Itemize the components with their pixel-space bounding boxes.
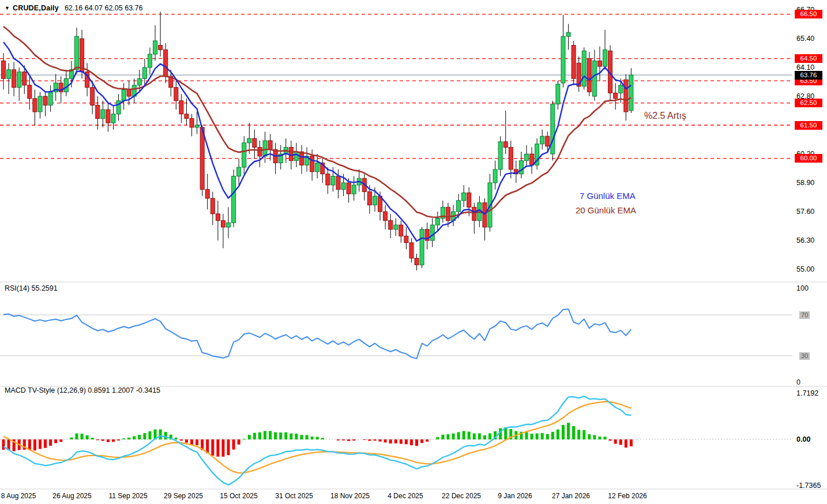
macd-histogram-bar bbox=[227, 439, 230, 455]
candle-body bbox=[2, 61, 6, 78]
candle-body bbox=[572, 46, 576, 79]
macd-histogram-bar bbox=[410, 439, 413, 445]
candle-body bbox=[624, 80, 628, 112]
macd-histogram-bar bbox=[258, 432, 261, 439]
macd-histogram-bar bbox=[248, 435, 251, 439]
candle-body bbox=[91, 88, 95, 106]
macd-histogram-bar bbox=[269, 431, 272, 439]
macd-histogram-bar bbox=[28, 439, 31, 450]
candle-body bbox=[592, 61, 596, 96]
candle-body bbox=[80, 39, 84, 72]
candle-body bbox=[153, 41, 157, 54]
candle-body bbox=[64, 78, 68, 92]
macd-histogram-bar bbox=[143, 433, 146, 439]
macd-main-line bbox=[3, 396, 631, 485]
macd-histogram-bar bbox=[525, 432, 528, 439]
macd-histogram-bar bbox=[363, 439, 366, 440]
candle-body bbox=[389, 220, 393, 229]
candle-body bbox=[38, 96, 42, 112]
candle-body bbox=[336, 176, 340, 189]
candle-body bbox=[561, 36, 565, 83]
candle-body bbox=[462, 193, 466, 200]
chart-canvas[interactable] bbox=[0, 0, 827, 504]
candle-body bbox=[409, 243, 414, 258]
macd-histogram-bar bbox=[221, 439, 224, 457]
candle-body bbox=[415, 258, 419, 265]
macd-histogram-bar bbox=[274, 432, 277, 439]
candle-body bbox=[587, 59, 591, 92]
candle-body bbox=[566, 32, 570, 36]
candle-body bbox=[347, 183, 351, 194]
macd-histogram-bar bbox=[306, 435, 309, 439]
macd-histogram-bar bbox=[609, 439, 612, 441]
candle-body bbox=[352, 185, 356, 194]
candle-body bbox=[111, 114, 115, 123]
macd-histogram-bar bbox=[426, 439, 428, 442]
macd-histogram-bar bbox=[342, 439, 345, 441]
macd-histogram-bar bbox=[379, 439, 382, 442]
candle-body bbox=[127, 89, 131, 96]
candle-body bbox=[48, 92, 52, 105]
macd-histogram-bar bbox=[133, 436, 136, 439]
candle-body bbox=[263, 141, 267, 156]
candle-body bbox=[294, 152, 298, 160]
macd-histogram-bar bbox=[531, 434, 533, 439]
macd-histogram-bar bbox=[441, 435, 444, 439]
candle-body bbox=[582, 51, 586, 86]
rsi-line bbox=[3, 309, 631, 359]
macd-histogram-bar bbox=[243, 439, 246, 439]
candle-body bbox=[74, 36, 78, 70]
macd-histogram-bar bbox=[588, 434, 591, 439]
candle-body bbox=[404, 236, 408, 243]
candle-body bbox=[122, 89, 126, 100]
macd-histogram-bar bbox=[373, 439, 376, 441]
macd-histogram-bar bbox=[311, 437, 314, 439]
macd-histogram-bar bbox=[33, 439, 36, 450]
candle-body bbox=[420, 230, 424, 265]
macd-histogram-bar bbox=[405, 439, 408, 444]
candle-body bbox=[247, 138, 251, 143]
macd-histogram-bar bbox=[541, 433, 544, 439]
candle-body bbox=[546, 136, 550, 146]
candle-body bbox=[268, 141, 272, 149]
candle-body bbox=[253, 138, 257, 147]
macd-histogram-bar bbox=[300, 435, 303, 439]
candle-body bbox=[315, 163, 319, 171]
candle-body bbox=[373, 196, 377, 205]
macd-histogram-bar bbox=[122, 438, 125, 439]
macd-histogram-bar bbox=[70, 438, 73, 439]
candle-body bbox=[237, 167, 241, 176]
macd-histogram-bar bbox=[216, 439, 219, 457]
macd-histogram-bar bbox=[368, 439, 371, 441]
candle-body bbox=[446, 207, 450, 220]
macd-histogram-bar bbox=[321, 438, 324, 439]
candle-body bbox=[101, 110, 105, 118]
macd-histogram-bar bbox=[91, 438, 94, 439]
macd-histogram-bar bbox=[238, 439, 240, 445]
candle-body bbox=[384, 212, 388, 220]
macd-histogram-bar bbox=[483, 435, 486, 439]
macd-histogram-bar bbox=[625, 439, 627, 447]
candle-body bbox=[519, 161, 523, 174]
candle-body bbox=[17, 72, 21, 88]
candle-body bbox=[96, 105, 100, 118]
candle-body bbox=[12, 70, 16, 88]
macd-histogram-bar bbox=[557, 430, 559, 439]
candle-body bbox=[503, 142, 508, 148]
macd-histogram-bar bbox=[473, 434, 476, 439]
candle-body bbox=[210, 198, 215, 214]
macd-histogram-bar bbox=[384, 439, 387, 442]
macd-histogram-bar bbox=[582, 430, 585, 439]
macd-histogram-bar bbox=[54, 439, 57, 443]
candle-body bbox=[190, 118, 194, 127]
macd-histogram-bar bbox=[185, 439, 188, 443]
macd-histogram-bar bbox=[446, 434, 449, 439]
macd-histogram-bar bbox=[463, 431, 465, 439]
candle-body bbox=[394, 225, 398, 230]
macd-histogram-bar bbox=[457, 432, 460, 439]
candle-body bbox=[242, 143, 246, 167]
candle-body bbox=[200, 127, 204, 190]
candle-body bbox=[227, 223, 231, 227]
candle-body bbox=[435, 219, 439, 225]
candle-body bbox=[185, 114, 189, 119]
